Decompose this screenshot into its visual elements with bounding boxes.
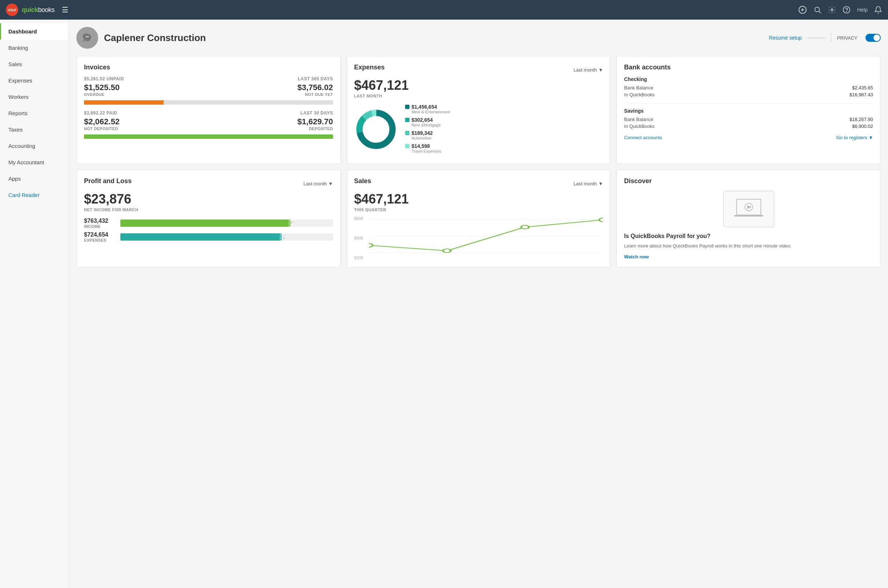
legend-label-meal: Meal & Entertainment bbox=[412, 110, 450, 114]
sales-amount: $467,121 bbox=[354, 192, 603, 207]
video-thumbnail[interactable] bbox=[723, 191, 774, 227]
donut-chart bbox=[354, 108, 398, 153]
legend-amount-meal: $1,456,654 bbox=[412, 104, 450, 110]
chart-label-20k: $20K bbox=[354, 255, 369, 260]
expenses-bar-row: $724,654 EXPENSES ↓ bbox=[84, 231, 333, 242]
income-bar-row: $763,432 INCOME ✓ bbox=[84, 218, 333, 229]
savings-bank-balance-value: $18,267.90 bbox=[849, 117, 873, 122]
sidebar: Dashboard Banking Sales Expenses Workers… bbox=[0, 20, 69, 588]
privacy-label: PRIVACY bbox=[837, 35, 858, 41]
sidebar-item-accounting[interactable]: Accounting bbox=[0, 138, 69, 154]
chart-label-40k: $40K bbox=[354, 236, 369, 240]
sidebar-item-apps[interactable]: Apps bbox=[0, 171, 69, 187]
sidebar-item-expenses[interactable]: Expenses bbox=[0, 72, 69, 88]
sidebar-item-workers[interactable]: Workers bbox=[0, 88, 69, 105]
legend-label-rent: Rent &Mortgage bbox=[412, 123, 441, 127]
overdue-label: OVERDUE bbox=[84, 92, 120, 97]
deposited-label: DEPOSITED bbox=[298, 126, 333, 131]
go-to-registers-link[interactable]: Go to registers ▼ bbox=[836, 135, 873, 140]
pl-period-selector[interactable]: Last month ▼ bbox=[303, 181, 333, 186]
sidebar-item-my-accountant[interactable]: My Accountant bbox=[0, 154, 69, 171]
not-deposited-amount: $2,062.52 bbox=[84, 117, 120, 126]
legend-dot-auto bbox=[405, 131, 409, 135]
checking-label: Checking bbox=[624, 76, 873, 82]
chevron-down-icon-sales: ▼ bbox=[598, 181, 603, 186]
unpaid-label: $5,281.52 UNPAID bbox=[84, 76, 124, 81]
pl-header: Profit and Loss Last month ▼ bbox=[84, 177, 333, 190]
not-due-label: NOT DUE YET bbox=[298, 92, 333, 97]
pl-amount: $23,876 bbox=[84, 192, 333, 207]
privacy-toggle[interactable] bbox=[865, 34, 881, 42]
svg-point-20 bbox=[521, 225, 529, 229]
svg-line-6 bbox=[819, 11, 821, 13]
svg-point-14 bbox=[365, 119, 386, 140]
divider bbox=[831, 33, 831, 42]
company-header: Caplener Construction Resume setup ———— … bbox=[77, 27, 881, 49]
company-left: Caplener Construction bbox=[77, 27, 206, 49]
sales-period-selector[interactable]: Last month ▼ bbox=[574, 181, 603, 186]
avatar bbox=[77, 27, 98, 49]
sidebar-item-card-reader[interactable]: Card Reader bbox=[0, 187, 69, 203]
add-button[interactable] bbox=[798, 6, 807, 14]
legend-amount-travel: $14,598 bbox=[412, 143, 442, 149]
legend-dot-travel bbox=[405, 144, 409, 148]
chevron-down-icon-registers: ▼ bbox=[868, 135, 873, 140]
company-right: Resume setup ———— PRIVACY bbox=[769, 33, 881, 42]
savings-bank-balance-label: Bank Balance bbox=[624, 117, 653, 122]
checking-qb-balance-value: $16,987.43 bbox=[849, 92, 873, 98]
bank-divider bbox=[624, 103, 873, 104]
intuit-logo-icon: intuit bbox=[6, 4, 18, 16]
savings-qb-balance-value: $6,900.02 bbox=[852, 123, 873, 129]
sales-title: Sales bbox=[354, 177, 371, 185]
paid-progress-bar bbox=[84, 135, 333, 139]
bank-accounts-card: Bank accounts Checking Bank Balance $2,4… bbox=[616, 56, 881, 164]
expenses-sub-label: LAST MONTH bbox=[354, 94, 603, 98]
sidebar-item-reports[interactable]: Reports bbox=[0, 105, 69, 122]
search-button[interactable] bbox=[813, 6, 822, 14]
sidebar-item-banking[interactable]: Banking bbox=[0, 40, 69, 56]
profit-loss-card: Profit and Loss Last month ▼ $23,876 NET… bbox=[77, 170, 341, 267]
expenses-bar-track: ↓ bbox=[120, 233, 333, 241]
legend-item-rent: $302,654 Rent &Mortgage bbox=[405, 117, 603, 127]
resume-setup-link[interactable]: Resume setup bbox=[769, 35, 802, 41]
hamburger-button[interactable]: ☰ bbox=[62, 6, 68, 14]
svg-rect-23 bbox=[734, 215, 763, 217]
svg-marker-25 bbox=[747, 205, 752, 209]
connect-accounts-link[interactable]: Connect accounts bbox=[624, 135, 662, 140]
help-circle-button[interactable] bbox=[843, 6, 850, 14]
sales-card: Sales Last month ▼ $467,121 THIS QUARTER… bbox=[347, 170, 611, 267]
watch-now-link[interactable]: Watch now bbox=[624, 254, 649, 260]
sidebar-item-dashboard[interactable]: Dashboard bbox=[0, 23, 69, 40]
discover-subtitle: Is QuickBooks Payroll for you? bbox=[624, 233, 873, 240]
paid-period: LAST 30 DAYS bbox=[301, 111, 333, 116]
pl-sub-label: NET INCOME FOR MARCH bbox=[84, 207, 333, 212]
unpaid-amounts-row: $1,525.50 OVERDUE $3,756.02 NOT DUE YET bbox=[84, 83, 333, 97]
expenses-period-selector[interactable]: Last month ▼ bbox=[574, 67, 603, 73]
expenses-bar-fill: ↓ bbox=[120, 233, 282, 241]
expenses-header: Expenses Last month ▼ bbox=[354, 64, 603, 76]
bank-footer: Connect accounts Go to registers ▼ bbox=[624, 135, 873, 140]
discover-title: Discover bbox=[624, 177, 873, 185]
savings-label: Savings bbox=[624, 108, 873, 114]
main-content: Caplener Construction Resume setup ———— … bbox=[69, 20, 888, 588]
unpaid-period: LAST 365 DAYS bbox=[298, 76, 333, 81]
invoices-title: Invoices bbox=[84, 64, 333, 71]
sales-sub-label: THIS QUARTER bbox=[354, 207, 603, 212]
discover-card: Discover Is QuickBooks Payroll for you? … bbox=[616, 170, 881, 267]
in-qb-label: In QuickBooks bbox=[624, 92, 655, 98]
income-bar-fill: ✓ bbox=[120, 219, 290, 227]
legend-label-travel: Travel Expenses bbox=[412, 149, 442, 153]
svg-point-5 bbox=[815, 7, 820, 12]
expenses-label-pl: EXPENSES bbox=[84, 238, 117, 242]
bell-button[interactable] bbox=[874, 6, 882, 14]
checking-bank-balance-value: $2,435.65 bbox=[852, 85, 873, 90]
sidebar-item-taxes[interactable]: Taxes bbox=[0, 122, 69, 138]
expenses-amount-pl: $724,654 bbox=[84, 231, 117, 238]
nav-right-icons: Help bbox=[798, 6, 882, 14]
sidebar-item-sales[interactable]: Sales bbox=[0, 56, 69, 72]
expenses-body: $1,456,654 Meal & Entertainment $302,654… bbox=[354, 104, 603, 156]
income-amount: $763,432 bbox=[84, 218, 117, 224]
settings-button[interactable] bbox=[828, 6, 836, 14]
svg-point-19 bbox=[443, 249, 451, 253]
legend-label-auto: Automotive bbox=[412, 136, 433, 140]
